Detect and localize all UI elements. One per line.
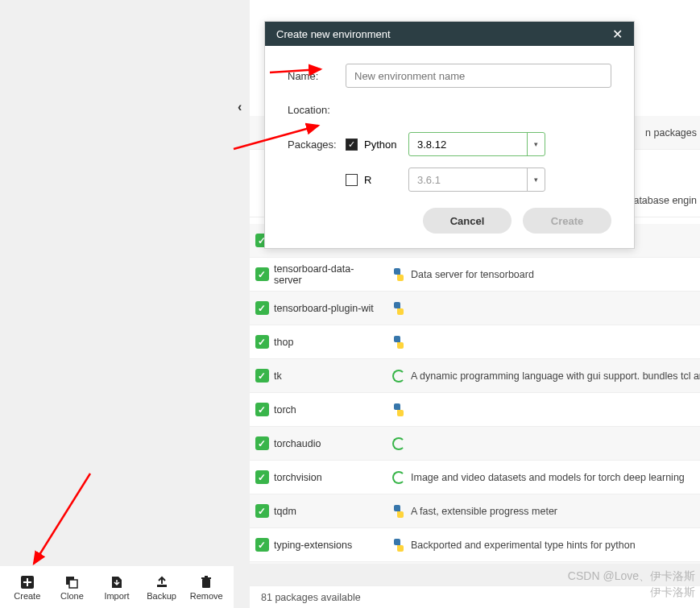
svg-rect-8 [205,576,208,577]
python-icon [392,403,405,416]
package-desc: Backported and experimental type hints f… [411,540,700,551]
package-desc: n packages [645,127,700,139]
python-icon [392,539,405,552]
python-icon [392,336,405,349]
python-version-select[interactable]: 3.8.12 ▾ [408,132,545,156]
svg-rect-6 [202,579,210,588]
package-name: tensorboard-plugin-wit [274,303,387,314]
package-row[interactable]: ✓tkA dynamic programming language with g… [250,359,700,393]
installed-checkbox-icon[interactable]: ✓ [255,470,269,484]
clone-icon [64,573,79,591]
env-name-input[interactable] [346,64,611,88]
package-row[interactable]: ✓tensorboard-plugin-wit [250,292,700,325]
package-name: typing-extensions [274,540,387,551]
package-desc: Data server for tensorboard [411,269,700,280]
package-desc: A fast, extensible progress meter [411,506,700,517]
checkbox-checked-icon: ✓ [346,139,358,151]
python-icon [392,302,405,315]
package-row[interactable]: ✓typing_extensionsBackported and experim… [250,562,700,564]
svg-rect-4 [69,580,77,588]
backup-label: Backup [147,591,176,601]
watermark: CSDN @Love、伊卡洛斯 [568,569,695,584]
python-checkbox[interactable]: ✓ Python [346,139,408,151]
python-label: Python [364,139,396,151]
create-button[interactable]: Create [523,208,611,234]
remove-env-button[interactable]: Remove [187,573,226,601]
close-icon[interactable]: ✕ [612,27,623,42]
backup-env-button[interactable]: Backup [143,573,181,601]
collapse-sidebar-button[interactable]: ‹ [238,100,249,116]
r-checkbox[interactable]: R [346,174,408,186]
create-env-button[interactable]: Create [8,573,47,601]
package-row[interactable]: ✓tensorboard-data-serverData server for … [250,258,700,292]
loading-icon [392,471,405,484]
package-row[interactable]: ✓typing-extensionsBackported and experim… [250,528,700,562]
package-row[interactable]: ✓torchvisionImage and video datasets and… [250,461,700,494]
package-name: tk [274,370,387,382]
loading-icon [392,437,405,450]
name-label: Name: [288,70,346,82]
status-text: 81 packages available [261,592,361,603]
clone-env-button[interactable]: Clone [53,573,92,601]
loading-icon [392,370,405,383]
cancel-button[interactable]: Cancel [423,208,512,234]
svg-rect-5 [157,585,167,587]
remove-icon [199,573,213,591]
watermark: 伊卡洛斯 [650,585,695,600]
package-name: tensorboard-data-server [274,263,387,286]
create-env-modal: Create new environment ✕ Name: Location:… [264,21,635,249]
modal-title: Create new environment [276,28,391,40]
packages-label: Packages: [288,139,346,151]
package-row[interactable]: ✓torch [250,393,700,427]
installed-checkbox-icon[interactable]: ✓ [255,369,269,383]
python-icon [392,268,405,281]
location-label: Location: [288,104,346,116]
chevron-down-icon: ▾ [527,133,545,155]
svg-rect-2 [23,581,31,583]
package-row[interactable]: ✓tqdmA fast, extensible progress meter [250,494,700,528]
installed-checkbox-icon[interactable]: ✓ [255,267,269,281]
env-toolbar: Create Clone Import Backup Remove [0,566,234,608]
package-name: thop [274,337,387,348]
status-bar: 81 packages available [250,585,700,608]
package-name: torch [274,404,387,416]
package-desc: Image and video datasets and models for … [411,472,700,483]
installed-checkbox-icon[interactable]: ✓ [255,335,269,349]
installed-checkbox-icon[interactable]: ✓ [255,504,269,518]
import-icon [110,573,124,591]
modal-header: Create new environment ✕ [265,22,634,46]
remove-label: Remove [190,591,223,601]
package-name: torchaudio [274,438,387,449]
checkbox-unchecked-icon [346,174,358,186]
r-version-select[interactable]: 3.6.1 ▾ [408,168,545,192]
import-label: Import [104,591,129,601]
r-version-value: 3.6.1 [409,174,527,186]
chevron-down-icon: ▾ [527,168,545,191]
package-row[interactable]: ✓thop [250,325,700,359]
package-desc: A dynamic programming language with gui … [411,370,700,382]
r-label: R [364,174,371,186]
python-icon [392,505,405,518]
installed-checkbox-icon[interactable]: ✓ [255,301,269,315]
package-name: tqdm [274,506,387,517]
installed-checkbox-icon[interactable]: ✓ [255,403,269,416]
installed-checkbox-icon[interactable]: ✓ [255,436,269,450]
import-env-button[interactable]: Import [97,573,136,601]
clone-label: Clone [60,591,84,601]
package-name: torchvision [274,472,387,483]
left-sidebar: Create Clone Import Backup Remove [0,0,234,608]
package-row[interactable]: ✓torchaudio [250,427,700,461]
svg-rect-7 [201,577,211,579]
python-version-value: 3.8.12 [409,139,527,151]
installed-checkbox-icon[interactable]: ✓ [255,538,269,552]
package-desc: latabase engin [632,195,700,206]
create-icon [20,573,35,591]
backup-icon [155,573,169,591]
create-label: Create [14,591,40,601]
